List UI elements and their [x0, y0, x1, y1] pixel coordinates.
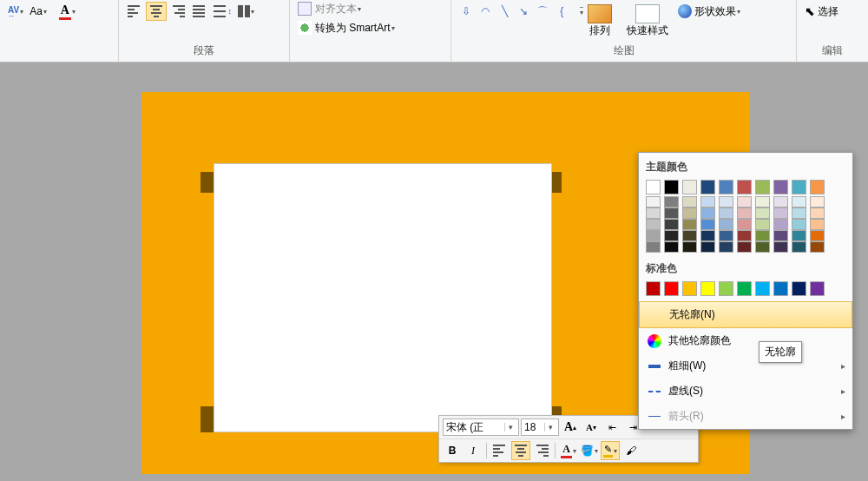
align-right-mini-button[interactable]: [532, 441, 551, 460]
color-swatch[interactable]: [755, 208, 770, 219]
shrink-font-button[interactable]: A▾: [582, 418, 601, 437]
convert-smartart-button[interactable]: 转换为 SmartArt▾: [295, 19, 446, 36]
font-size-combo[interactable]: ▾: [521, 418, 559, 436]
color-swatch[interactable]: [719, 219, 733, 230]
italic-button[interactable]: I: [464, 441, 483, 460]
color-swatch[interactable]: [792, 180, 806, 194]
color-swatch[interactable]: [719, 196, 733, 208]
weight-menu-item[interactable]: 粗细(W) ▸: [639, 353, 852, 379]
color-swatch[interactable]: [755, 219, 770, 230]
color-swatch[interactable]: [682, 241, 697, 253]
color-swatch[interactable]: [664, 230, 679, 241]
color-swatch[interactable]: [810, 180, 825, 194]
color-swatch[interactable]: [755, 281, 770, 296]
align-justify-button[interactable]: [189, 2, 210, 21]
line-spacing-button[interactable]: ↕: [211, 2, 234, 21]
dashes-menu-item[interactable]: 虚线(S) ▸: [639, 379, 852, 404]
color-swatch[interactable]: [646, 230, 661, 241]
color-swatch[interactable]: [719, 230, 733, 241]
arrows-menu-item[interactable]: 箭头(R) ▸: [639, 404, 852, 429]
color-swatch[interactable]: [792, 208, 806, 219]
color-swatch[interactable]: [755, 241, 770, 253]
align-right-button[interactable]: [168, 2, 188, 21]
color-swatch[interactable]: [755, 196, 770, 208]
color-swatch[interactable]: [810, 281, 825, 296]
color-swatch[interactable]: [682, 219, 697, 230]
color-swatch[interactable]: [700, 180, 715, 194]
color-swatch[interactable]: [792, 219, 806, 230]
align-left-button[interactable]: [124, 2, 145, 21]
color-swatch[interactable]: [664, 241, 679, 253]
no-outline-menu-item[interactable]: 无轮廓(N): [639, 301, 852, 328]
color-swatch[interactable]: [719, 281, 733, 296]
color-swatch[interactable]: [719, 241, 733, 253]
color-swatch[interactable]: [755, 180, 770, 194]
color-swatch[interactable]: [737, 208, 752, 219]
color-swatch[interactable]: [646, 241, 661, 253]
content-placeholder[interactable]: [214, 163, 552, 432]
color-swatch[interactable]: [700, 230, 715, 241]
dropdown-icon[interactable]: ▾: [544, 423, 556, 432]
char-spacing-button[interactable]: AV ↔ ▾: [5, 2, 26, 21]
font-size-input[interactable]: [522, 421, 544, 433]
color-swatch[interactable]: [773, 230, 788, 241]
color-swatch[interactable]: [700, 196, 715, 208]
color-swatch[interactable]: [719, 180, 733, 194]
decrease-indent-button[interactable]: ⇤: [602, 418, 621, 437]
shape-brace-button[interactable]: {: [552, 2, 571, 21]
color-swatch[interactable]: [664, 180, 679, 194]
shape-arrow-down-button[interactable]: ⇩: [457, 2, 476, 21]
color-swatch[interactable]: [773, 219, 788, 230]
color-swatch[interactable]: [810, 219, 825, 230]
color-swatch[interactable]: [810, 241, 825, 253]
shape-curve-button[interactable]: ⌒: [533, 2, 552, 21]
color-swatch[interactable]: [792, 281, 806, 296]
dropdown-icon[interactable]: ▾: [504, 423, 516, 432]
color-swatch[interactable]: [773, 241, 788, 253]
color-swatch[interactable]: [646, 219, 661, 230]
grow-font-button[interactable]: A▴: [561, 418, 580, 437]
shape-effects-button[interactable]: 形状效果▾: [675, 2, 771, 21]
font-name-combo[interactable]: ▾: [443, 418, 519, 436]
format-painter-button[interactable]: 🖌: [621, 441, 641, 460]
color-swatch[interactable]: [664, 208, 679, 219]
color-swatch[interactable]: [664, 219, 679, 230]
color-swatch[interactable]: [810, 196, 825, 208]
shape-line-button[interactable]: ╲: [495, 2, 514, 21]
select-button[interactable]: ⬉ 选择: [802, 2, 863, 21]
shape-outline-mini-button[interactable]: ✎▾: [601, 441, 620, 460]
align-center-button[interactable]: [146, 2, 167, 21]
color-swatch[interactable]: [646, 180, 661, 194]
color-swatch[interactable]: [700, 219, 715, 230]
color-swatch[interactable]: [792, 241, 806, 253]
font-color-mini-button[interactable]: A▾: [559, 441, 578, 460]
shape-cloud-button[interactable]: ◠: [476, 2, 495, 21]
color-swatch[interactable]: [737, 241, 752, 253]
color-swatch[interactable]: [646, 281, 661, 296]
shape-fill-mini-button[interactable]: 🪣▾: [580, 441, 599, 460]
color-swatch[interactable]: [810, 208, 825, 219]
color-swatch[interactable]: [755, 230, 770, 241]
color-swatch[interactable]: [719, 208, 733, 219]
color-swatch[interactable]: [700, 281, 715, 296]
color-swatch[interactable]: [737, 219, 752, 230]
color-swatch[interactable]: [737, 196, 752, 208]
quick-styles-button[interactable]: 快速样式: [621, 2, 674, 40]
color-swatch[interactable]: [700, 241, 715, 253]
color-swatch[interactable]: [792, 230, 806, 241]
color-swatch[interactable]: [773, 180, 788, 194]
color-swatch[interactable]: [682, 196, 697, 208]
color-swatch[interactable]: [682, 230, 697, 241]
color-swatch[interactable]: [773, 208, 788, 219]
color-swatch[interactable]: [646, 196, 661, 208]
color-swatch[interactable]: [682, 180, 697, 194]
color-swatch[interactable]: [682, 208, 697, 219]
font-name-input[interactable]: [444, 421, 504, 433]
color-swatch[interactable]: [646, 208, 661, 219]
color-swatch[interactable]: [664, 281, 679, 296]
color-swatch[interactable]: [737, 230, 752, 241]
color-swatch[interactable]: [737, 281, 752, 296]
arrange-button[interactable]: 排列: [580, 2, 620, 40]
color-swatch[interactable]: [664, 196, 679, 208]
align-left-mini-button[interactable]: [490, 441, 510, 460]
